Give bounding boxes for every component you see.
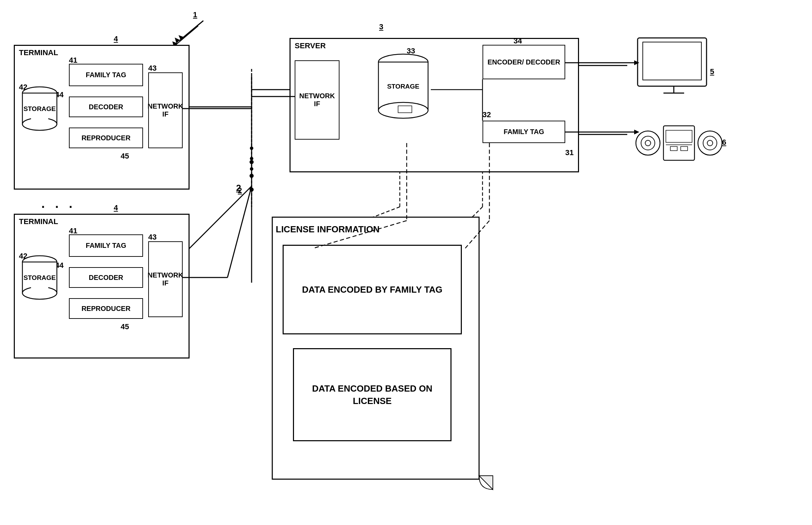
ref-num-1: 1: [193, 10, 197, 19]
license-data-license-text: DATA ENCODED BASED ON LICENSE: [294, 382, 450, 407]
svg-line-0: [183, 21, 203, 38]
svg-rect-31: [643, 42, 701, 80]
svg-rect-24: [31, 286, 48, 293]
terminal1-decoder: DECODER: [69, 97, 143, 117]
svg-point-36: [645, 140, 651, 146]
ref-41-bottom: 41: [69, 226, 77, 235]
ref-41-top: 41: [69, 56, 77, 65]
ref-43-bottom: 43: [148, 233, 156, 242]
server-encoder-decoder: ENCODER/ DECODER: [483, 45, 565, 79]
ref-31: 31: [565, 148, 574, 157]
terminal2-network-if: NETWORK IF: [148, 241, 183, 317]
svg-rect-43: [670, 147, 677, 151]
ref-33: 33: [407, 47, 415, 55]
svg-rect-29: [398, 106, 412, 113]
ref-45-top: 45: [121, 152, 129, 161]
server-network-if: NETWORK IF: [295, 60, 339, 140]
ref-num-6: 6: [722, 138, 726, 147]
server-family-tag: FAMILY TAG: [483, 121, 565, 143]
ref-2-label: 2: [236, 183, 241, 193]
license-info-label: LICENSE INFORMATION: [276, 224, 379, 235]
terminal1-family-tag: FAMILY TAG: [69, 64, 143, 86]
terminal1-storage: STORAGE: [21, 86, 59, 132]
ref-num-3: 3: [379, 22, 383, 31]
ref-num-5: 5: [710, 67, 714, 76]
terminal1-network-if: NETWORK IF: [148, 72, 183, 148]
ref-32: 32: [483, 110, 491, 119]
svg-rect-44: [681, 147, 688, 151]
terminal2-reproducer: REPRODUCER: [69, 298, 143, 319]
server-label: SERVER: [295, 41, 326, 50]
svg-marker-1: [179, 35, 184, 41]
svg-line-48: [227, 186, 252, 277]
svg-line-64: [179, 23, 200, 41]
svg-rect-41: [666, 130, 692, 142]
terminal-2-label: TERMINAL: [19, 217, 58, 226]
terminal2-decoder: DECODER: [69, 267, 143, 288]
dots-between-terminals: . . .: [41, 196, 76, 211]
svg-point-7: [250, 167, 253, 171]
svg-point-6: [250, 157, 253, 160]
svg-point-51: [250, 174, 254, 178]
audio-device: [634, 114, 724, 174]
svg-point-50: [250, 160, 254, 164]
license-document: LICENSE INFORMATION DATA ENCODED BY FAMI…: [265, 214, 496, 496]
ref-42-bottom: 42: [19, 252, 27, 261]
tv-device: [634, 34, 713, 98]
ref-34: 34: [514, 37, 522, 46]
svg-marker-65: [175, 38, 180, 43]
svg-point-52: [250, 188, 254, 192]
ref-43-top: 43: [148, 64, 156, 73]
terminal1-reproducer: REPRODUCER: [69, 128, 143, 148]
ref-4-top: 4: [114, 34, 118, 43]
svg-point-39: [707, 140, 713, 146]
terminal2-family-tag: FAMILY TAG: [69, 234, 143, 257]
svg-rect-20: [31, 117, 48, 124]
terminal-1-label: TERMINAL: [19, 48, 58, 57]
svg-point-5: [250, 147, 253, 150]
ref-42-top: 42: [19, 83, 27, 92]
license-data-family-tag-box: DATA ENCODED BY FAMILY TAG: [283, 245, 462, 334]
license-data-family-tag-text: DATA ENCODED BY FAMILY TAG: [302, 283, 442, 296]
license-data-license-box: DATA ENCODED BASED ON LICENSE: [293, 348, 451, 441]
ref-4-bottom: 4: [114, 203, 118, 212]
server-storage: STORAGE: [376, 53, 431, 122]
terminal2-storage: STORAGE: [21, 255, 59, 301]
svg-line-15: [176, 26, 198, 45]
ref-45-bottom: 45: [121, 322, 129, 331]
